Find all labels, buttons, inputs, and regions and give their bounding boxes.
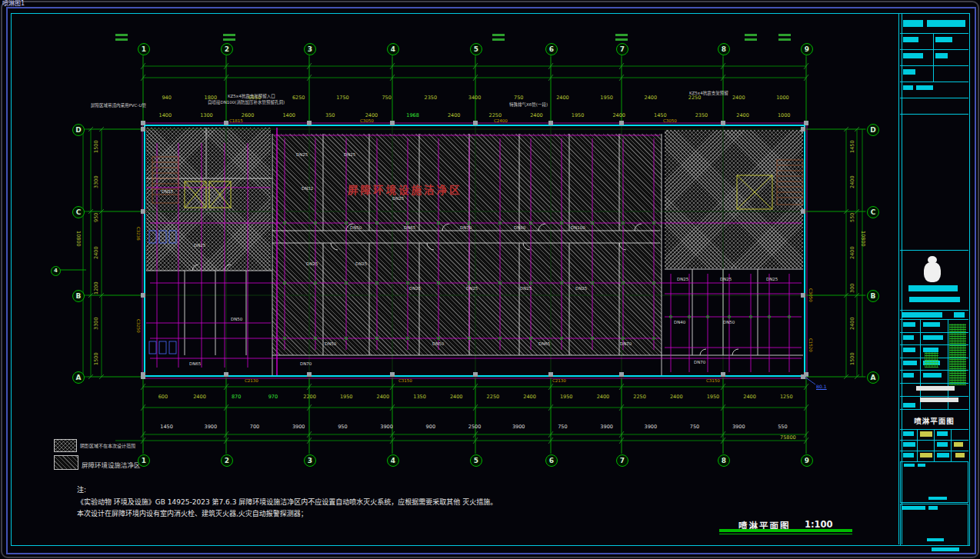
pipe-size-label: DN32: [302, 186, 313, 191]
grid-bubble-left: A: [72, 371, 85, 384]
grid-bubble-bottom: 1: [138, 454, 150, 467]
survey-mark: [778, 34, 791, 36]
plan-mark: [619, 121, 624, 125]
dim-value: 2200: [292, 394, 328, 400]
window-code-label: C3150: [398, 378, 412, 383]
grid-bubble-right: C: [867, 206, 879, 218]
titleblock-field-bar: [903, 361, 917, 365]
titleblock-field-bar: [902, 312, 942, 318]
dim-value: 3900: [628, 424, 672, 430]
dim-value: 3900: [497, 424, 541, 430]
dim-value: 1968: [392, 112, 434, 118]
titleblock-field-bar: [903, 348, 915, 352]
dim-value: 3300: [92, 165, 100, 200]
company-logo-body: [924, 262, 941, 282]
titleblock-field-bar: [916, 386, 955, 391]
dim-value: 1500: [92, 341, 100, 377]
titleblock-field-bar: [920, 453, 932, 458]
plan-mark: [224, 121, 228, 125]
dim-value: 900: [408, 424, 452, 430]
annotation: KZ5x4抗震支架预留入口: [228, 93, 275, 99]
titleblock-line: [900, 114, 968, 115]
dim-col-left: 150033009502400120033001500: [92, 129, 100, 377]
dim-value: 3400: [452, 95, 496, 101]
titleblock-field-bar: [920, 431, 932, 437]
titleblock-field-bar: [903, 53, 923, 58]
dim-value: 1000: [763, 112, 805, 118]
dim-value: 3900: [277, 424, 321, 430]
dim-value: 2400: [722, 112, 764, 118]
plan-mark: [804, 121, 808, 125]
titleblock-drawing-title: 喷淋平面图: [902, 415, 967, 426]
plan-mark: [307, 121, 312, 125]
seal-scribble: [949, 324, 966, 385]
survey-mark: [615, 34, 628, 36]
floor-plan-canvas: [0, 0, 980, 559]
titleblock-field-bar: [916, 85, 933, 90]
pipe-size-label: DN25: [575, 286, 587, 291]
dim-value: 2400: [848, 165, 856, 200]
titleblock-field-bar: [927, 538, 944, 541]
grid-bubble-top: 4: [387, 43, 399, 55]
project-name-bar: [909, 297, 960, 302]
titleblock-field-bar: [903, 442, 915, 447]
pipe-size-label: DN70: [300, 361, 312, 366]
dim-value: 1000: [761, 95, 805, 101]
annotation: KZ5x4抗震支架预留: [689, 90, 728, 96]
grid-bubble-right: D: [867, 124, 879, 136]
pipe-size-label: DN70: [460, 225, 472, 230]
dim-value: 2400: [182, 394, 218, 400]
dim-value: 1950: [557, 112, 598, 118]
plan-mark: [141, 374, 145, 379]
survey-mark: [492, 38, 505, 41]
grid-bubble-top: 9: [801, 43, 813, 55]
titleblock-field-bar: [928, 506, 938, 510]
dim-value: 1950: [585, 95, 628, 101]
window-code-label: C2130: [552, 378, 566, 383]
note-line-2: 本次设计在屏障环境内设有室内消火栓、建筑灭火器,火灾自动报警探测器；: [77, 507, 308, 520]
titleblock-field-bar: [903, 403, 915, 408]
plan-mark: [473, 121, 478, 125]
dim-value: 1350: [402, 394, 438, 400]
grid-bubble-bottom: 4: [387, 454, 399, 467]
dim-value: 2400: [92, 235, 100, 271]
titleblock-field-bar: [902, 506, 925, 510]
grid-bubble-bottom: 8: [718, 454, 730, 467]
pipe-size-label: DN70: [694, 360, 705, 364]
dim-value: 300: [848, 271, 856, 306]
grid-bubble-detail: 4: [51, 266, 61, 276]
dim-value: 1500: [92, 129, 100, 165]
dim-value: 2250: [622, 394, 658, 400]
dim-value: 550: [848, 200, 856, 235]
clean-zone-label: 屏障环境设施洁净区: [348, 181, 462, 197]
survey-mark: [778, 38, 791, 41]
grid-bubble-top: 6: [545, 43, 558, 55]
dim-value: 2400: [585, 394, 622, 400]
pipe-size-label: DN50: [723, 320, 735, 324]
survey-mark: [115, 38, 128, 41]
dim-value: 2400: [732, 394, 768, 400]
window-code-label: C3050: [808, 288, 813, 302]
dim-value: 750: [672, 424, 716, 430]
dim-col-right: 14502400550240030024001500: [848, 129, 856, 377]
pipe-size-label: DN25: [296, 152, 308, 157]
plan-mark: [801, 374, 805, 379]
dim-value: 2350: [408, 95, 452, 101]
pipe-size-label: DN25: [355, 261, 367, 266]
sheet-footer-bar: [932, 547, 959, 551]
dim-value: 1450: [145, 424, 188, 430]
window-code-label: C2130: [245, 378, 258, 383]
dim-value: 2400: [541, 95, 585, 101]
dim-value: 2400: [848, 235, 856, 271]
title-underline-thick: [719, 529, 852, 532]
titleblock-line: [900, 310, 968, 311]
seal-scribble: [925, 352, 938, 368]
dim-value: 2350: [681, 112, 722, 118]
dim-value: 1750: [321, 95, 365, 101]
titleblock-line: [951, 429, 952, 461]
grid-bubble-bottom: 7: [616, 454, 628, 467]
dim-value: 2250: [475, 112, 516, 118]
elevation-mark: B0.1: [816, 384, 827, 389]
plan-mark: [390, 121, 395, 125]
dim-value: 350: [310, 112, 352, 118]
